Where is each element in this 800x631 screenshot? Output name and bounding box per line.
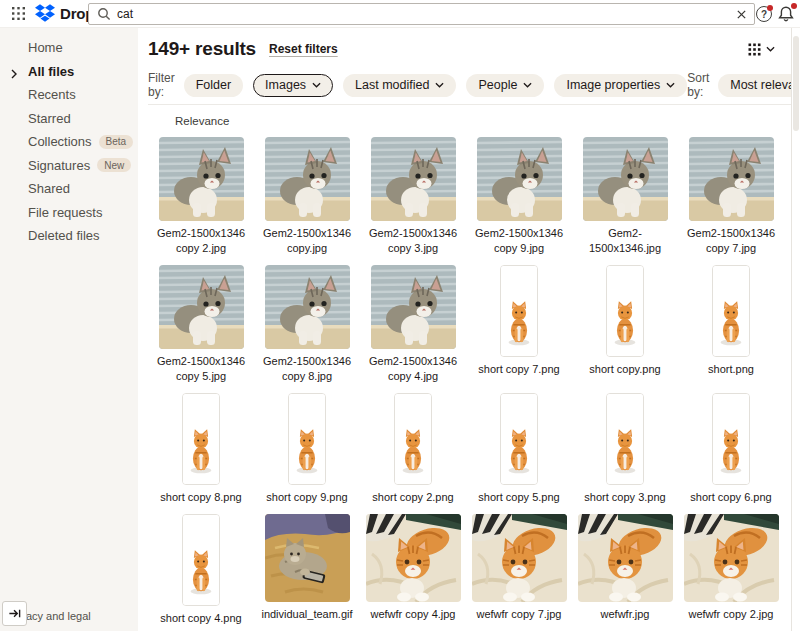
- file-card[interactable]: short copy 8.png: [148, 393, 254, 505]
- divider: [148, 104, 791, 105]
- file-thumbnail: [265, 514, 350, 602]
- file-card[interactable]: short.png: [678, 265, 784, 384]
- file-name: Gem2-1500x1346.jpg: [573, 226, 677, 256]
- file-name: Gem2-1500x1346 copy 9.jpg: [467, 226, 571, 256]
- filter-pill-folder[interactable]: Folder: [184, 74, 243, 97]
- file-card[interactable]: wefwfr copy 7.jpg: [466, 514, 572, 626]
- file-card[interactable]: wefwfr.jpg: [572, 514, 678, 626]
- filter-pill-people[interactable]: People: [466, 74, 544, 97]
- file-card[interactable]: Gem2-1500x1346 copy 7.jpg: [678, 137, 784, 256]
- search-icon: [97, 7, 111, 21]
- file-card[interactable]: Gem2-1500x1346 copy 4.jpg: [360, 265, 466, 384]
- file-name: individual_team.gif: [261, 607, 352, 622]
- sidebar-item-deleted-files[interactable]: Deleted files: [0, 224, 138, 248]
- new-badge: New: [97, 158, 131, 172]
- sidebar-item-signatures[interactable]: Signatures New: [0, 154, 138, 178]
- file-card[interactable]: wefwfr copy 2.jpg: [678, 514, 784, 626]
- file-name: Gem2-1500x1346 copy 4.jpg: [361, 354, 465, 384]
- file-name: Gem2-1500x1346 copy 7.jpg: [679, 226, 783, 256]
- sort-dropdown[interactable]: Most relevant: [718, 74, 791, 97]
- sidebar-item-collections[interactable]: Collections Beta: [0, 130, 138, 154]
- filter-pill-last-modified[interactable]: Last modified: [343, 74, 456, 97]
- dropbox-glyph-icon: [35, 4, 55, 23]
- chevron-right-icon[interactable]: [11, 67, 17, 82]
- file-card[interactable]: short copy 9.png: [254, 393, 360, 505]
- file-thumbnail: [578, 514, 673, 602]
- file-card[interactable]: short copy 4.png: [148, 514, 254, 626]
- sidebar-item-home[interactable]: Home: [0, 36, 138, 60]
- file-thumbnail: [366, 514, 461, 602]
- file-card[interactable]: short copy 7.png: [466, 265, 572, 384]
- help-badge-dot: [767, 5, 773, 11]
- chevron-down-icon: [312, 82, 321, 88]
- view-toggle-button[interactable]: [748, 43, 775, 56]
- filter-by-label: Filter by:: [148, 71, 175, 99]
- file-card[interactable]: Gem2-1500x1346 copy 8.jpg: [254, 265, 360, 384]
- search-box[interactable]: [88, 3, 755, 25]
- file-card[interactable]: Gem2-1500x1346 copy.jpg: [254, 137, 360, 256]
- vertical-scrollbar[interactable]: [791, 28, 800, 631]
- file-card[interactable]: Gem2-1500x1346.jpg: [572, 137, 678, 256]
- sidebar-item-shared[interactable]: Shared: [0, 177, 138, 201]
- file-card[interactable]: Gem2-1500x1346 copy 5.jpg: [148, 265, 254, 384]
- file-card[interactable]: Gem2-1500x1346 copy 9.jpg: [466, 137, 572, 256]
- file-card[interactable]: short copy.png: [572, 265, 678, 384]
- file-thumbnail: [712, 393, 750, 485]
- file-name: short copy 5.png: [478, 490, 559, 505]
- chevron-down-icon: [523, 82, 532, 88]
- beta-badge: Beta: [99, 135, 134, 149]
- notifications-badge-dot: [791, 3, 797, 9]
- search-input[interactable]: [111, 4, 736, 24]
- chevron-down-icon: [435, 82, 444, 88]
- apps-grid-icon[interactable]: [5, 2, 31, 26]
- file-thumbnail: [712, 265, 750, 357]
- file-name: short copy 6.png: [690, 490, 771, 505]
- notifications-bell-icon[interactable]: [777, 5, 795, 23]
- file-name: short copy 8.png: [160, 490, 241, 505]
- file-name: wefwfr.jpg: [601, 607, 650, 622]
- sidebar-item-recents[interactable]: Recents: [0, 83, 138, 107]
- sort-by-label: Sort by:: [687, 71, 709, 99]
- help-icon[interactable]: ?: [756, 6, 772, 22]
- file-card[interactable]: wefwfr copy 4.jpg: [360, 514, 466, 626]
- reset-filters-button[interactable]: Reset filters: [269, 42, 338, 56]
- file-thumbnail: [500, 393, 538, 485]
- file-card[interactable]: short copy 5.png: [466, 393, 572, 505]
- file-thumbnail: [265, 137, 350, 221]
- main-content: 149+ results Reset filters Filter by: Fo…: [138, 28, 791, 631]
- file-card[interactable]: Gem2-1500x1346 copy 2.jpg: [148, 137, 254, 256]
- top-bar: Dropbox ?: [0, 0, 800, 28]
- file-thumbnail: [606, 265, 644, 357]
- file-thumbnail: [182, 514, 220, 606]
- results-grid: Gem2-1500x1346 copy 2.jpg Gem2-1500x1346…: [148, 137, 791, 626]
- sidebar-item-all-files[interactable]: All files: [0, 60, 138, 84]
- filter-pill-images[interactable]: Images: [253, 74, 333, 97]
- file-card[interactable]: individual_team.gif: [254, 514, 360, 626]
- file-name: short copy 4.png: [160, 611, 241, 626]
- file-card[interactable]: short copy 6.png: [678, 393, 784, 505]
- filter-pill-image-properties[interactable]: Image properties: [554, 74, 687, 97]
- file-thumbnail: [159, 137, 244, 221]
- file-thumbnail: [477, 137, 562, 221]
- file-thumbnail: [159, 265, 244, 349]
- sidebar-item-file-requests[interactable]: File requests: [0, 201, 138, 225]
- file-name: short copy 3.png: [584, 490, 665, 505]
- file-thumbnail: [684, 514, 779, 602]
- filter-row: Filter by: Folder Images Last modified P…: [148, 71, 791, 99]
- file-name: short.png: [708, 362, 754, 377]
- sidebar-item-starred[interactable]: Starred: [0, 107, 138, 131]
- file-thumbnail: [606, 393, 644, 485]
- file-name: Gem2-1500x1346 copy 2.jpg: [149, 226, 253, 256]
- file-card[interactable]: short copy 3.png: [572, 393, 678, 505]
- file-thumbnail: [472, 514, 567, 602]
- file-card[interactable]: short copy 2.png: [360, 393, 466, 505]
- file-thumbnail: [288, 393, 326, 485]
- file-thumbnail: [371, 265, 456, 349]
- scrollbar-thumb[interactable]: [793, 36, 799, 131]
- file-card[interactable]: Gem2-1500x1346 copy 3.jpg: [360, 137, 466, 256]
- file-thumbnail: [689, 137, 774, 221]
- file-name: short copy 9.png: [266, 490, 347, 505]
- sidebar-nav: Home All files Recents Starred Collectio…: [0, 28, 138, 248]
- clear-search-icon[interactable]: [736, 9, 747, 20]
- collapse-sidebar-icon[interactable]: [2, 601, 27, 626]
